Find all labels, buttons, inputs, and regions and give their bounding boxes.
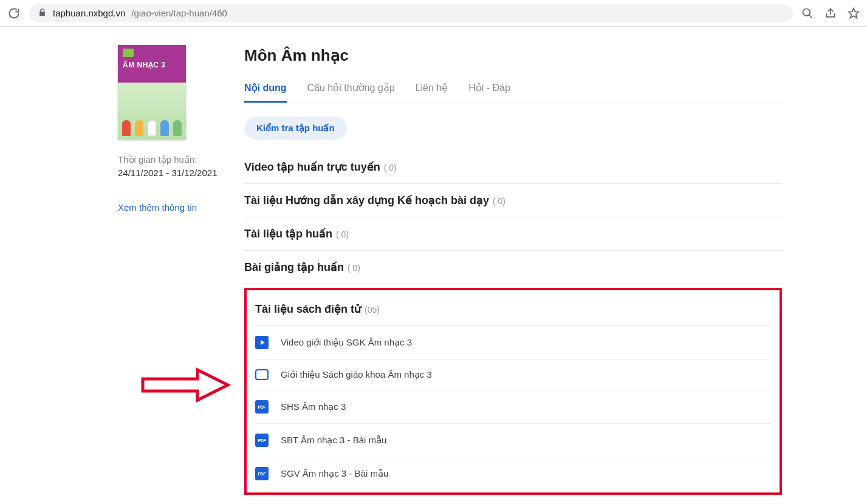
section-title: Tài liệu Hướng dẫn xây dựng Kế hoạch bài…	[244, 194, 489, 207]
training-time-value: 24/11/2021 - 31/12/2021	[118, 168, 219, 178]
tab-1[interactable]: Câu hỏi thường gặp	[307, 82, 395, 103]
section-count: (05)	[365, 305, 380, 315]
tab-2[interactable]: Liên hệ	[416, 82, 448, 103]
svg-line-1	[809, 15, 812, 18]
highlighted-section-box: Tài liệu sách điện tử (05) Video giới th…	[244, 288, 782, 495]
sidebar: ÂM NHẠC 3 Thời gian tập huấn: 24/11/2021…	[85, 39, 219, 504]
tab-3[interactable]: Hỏi - Đáp	[468, 82, 510, 103]
doc-label: Video giới thiệu SGK Âm nhạc 3	[281, 337, 412, 348]
browser-action-icons	[801, 7, 860, 19]
zoom-icon[interactable]	[801, 7, 814, 19]
play-icon	[255, 336, 269, 349]
publisher-logo-icon	[123, 49, 134, 57]
section-header-0[interactable]: Video tập huấn trực tuyến ( 0)	[244, 160, 782, 174]
url-host: taphuan.nxbgd.vn	[53, 8, 125, 18]
doc-item-4[interactable]: PDFSGV Âm nhạc 3 - Bài mẫu	[255, 457, 771, 490]
pdf-icon: PDF	[255, 467, 269, 480]
section-count: ( 0)	[493, 196, 505, 206]
tab-bar: Nội dungCâu hỏi thường gặpLiên hệHỏi - Đ…	[244, 82, 782, 103]
section-title: Tài liệu sách điện tử	[255, 302, 361, 316]
more-info-link[interactable]: Xem thêm thông tin	[118, 202, 219, 213]
address-box[interactable]: taphuan.nxbgd.vn/giao-vien/tap-huan/460	[29, 4, 793, 22]
book-title: ÂM NHẠC 3	[123, 61, 181, 69]
arrow-annotation-icon	[140, 367, 231, 406]
pdf-icon: PDF	[255, 400, 269, 414]
browser-address-bar: taphuan.nxbgd.vn/giao-vien/tap-huan/460	[0, 0, 867, 27]
section-header-3[interactable]: Bài giảng tập huấn ( 0)	[244, 261, 782, 274]
pdf-icon: PDF	[255, 434, 269, 447]
url-path: /giao-vien/tap-huan/460	[131, 8, 227, 18]
section-header-1[interactable]: Tài liệu Hướng dẫn xây dựng Kế hoạch bài…	[244, 194, 782, 207]
section-title: Video tập huấn trực tuyến	[244, 160, 380, 174]
doc-label: SBT Âm nhạc 3 - Bài mẫu	[281, 435, 386, 446]
slide-icon	[255, 369, 269, 380]
doc-item-0[interactable]: Video giới thiệu SGK Âm nhạc 3	[255, 326, 771, 359]
section-header-2[interactable]: Tài liệu tập huấn ( 0)	[244, 227, 782, 240]
main-content: Môn Âm nhạc Nội dungCâu hỏi thường gặpLi…	[244, 39, 782, 504]
doc-label: SGV Âm nhạc 3 - Bài mẫu	[281, 468, 388, 479]
page-title: Môn Âm nhạc	[244, 46, 782, 65]
section-title: Tài liệu tập huấn	[244, 227, 332, 240]
book-cover[interactable]: ÂM NHẠC 3	[118, 45, 186, 140]
test-training-button[interactable]: Kiểm tra tập huấn	[244, 117, 347, 140]
reload-button[interactable]	[7, 7, 21, 20]
section-title: Bài giảng tập huấn	[244, 261, 344, 274]
section-count: ( 0)	[348, 263, 360, 273]
doc-label: SHS Âm nhạc 3	[281, 401, 346, 412]
svg-point-0	[803, 9, 810, 16]
svg-marker-2	[849, 8, 859, 18]
cover-illustration	[118, 120, 186, 136]
section-header-ebooks[interactable]: Tài liệu sách điện tử (05)	[255, 302, 771, 316]
doc-item-3[interactable]: PDFSBT Âm nhạc 3 - Bài mẫu	[255, 424, 771, 457]
star-icon[interactable]	[848, 7, 860, 19]
section-count: ( 0)	[384, 163, 397, 172]
doc-label: Giới thiệu Sách giáo khoa Âm nhạc 3	[281, 369, 432, 380]
share-icon[interactable]	[824, 7, 837, 19]
training-time-label: Thời gian tập huấn:	[118, 154, 219, 165]
section-count: ( 0)	[336, 230, 349, 239]
tab-0[interactable]: Nội dung	[244, 82, 287, 103]
doc-item-2[interactable]: PDFSHS Âm nhạc 3	[255, 390, 771, 424]
doc-item-1[interactable]: Giới thiệu Sách giáo khoa Âm nhạc 3	[255, 359, 771, 390]
lock-icon	[38, 8, 47, 19]
